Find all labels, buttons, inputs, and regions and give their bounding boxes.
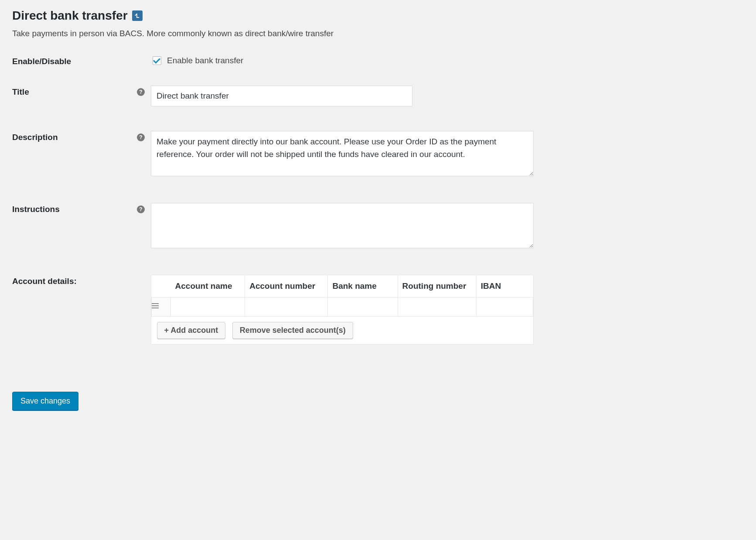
page-subtitle: Take payments in person via BACS. More c… [12,29,552,38]
col-bank-name: Bank name [328,275,398,297]
label-account-details: Account details: [12,277,77,286]
help-icon[interactable]: ? [137,133,145,141]
drag-handle-icon[interactable] [152,297,171,317]
accounts-panel: Account name Account number Bank name Ro… [151,275,534,345]
back-icon[interactable] [132,10,143,21]
enable-checkbox-wrap[interactable]: Enable bank transfer [151,55,552,66]
add-account-button[interactable]: + Add account [157,322,226,339]
instructions-textarea[interactable] [151,203,534,248]
enable-checkbox[interactable] [153,56,161,65]
row-account-details: Account details: Account name Account nu… [12,275,552,345]
row-title: Title ? [12,85,552,106]
row-description: Description ? [12,131,552,178]
cell-account-number[interactable] [245,297,327,316]
remove-account-button[interactable]: Remove selected account(s) [232,322,353,339]
cell-iban[interactable] [477,297,533,316]
col-iban: IBAN [476,275,533,297]
table-row [152,297,533,317]
help-icon[interactable]: ? [137,88,145,96]
page-title-text: Direct bank transfer [12,9,128,23]
title-input[interactable] [151,85,412,106]
cell-bank-name[interactable] [328,297,397,316]
label-instructions: Instructions [12,205,60,214]
col-account-number: Account number [245,275,328,297]
accounts-table: Account name Account number Bank name Ro… [151,275,533,344]
row-instructions: Instructions ? [12,203,552,250]
help-icon[interactable]: ? [137,205,145,213]
enable-checkbox-label: Enable bank transfer [167,56,243,65]
save-button[interactable]: Save changes [12,392,78,410]
label-enable-disable: Enable/Disable [12,57,71,66]
cell-routing-number[interactable] [398,297,476,316]
row-enable: Enable/Disable Enable bank transfer [12,55,552,66]
col-routing-number: Routing number [398,275,476,297]
label-title: Title [12,87,29,97]
col-account-name: Account name [171,275,245,297]
cell-account-name[interactable] [171,297,245,316]
label-description: Description [12,133,58,142]
description-textarea[interactable] [151,131,534,176]
page-title: Direct bank transfer [12,9,552,23]
